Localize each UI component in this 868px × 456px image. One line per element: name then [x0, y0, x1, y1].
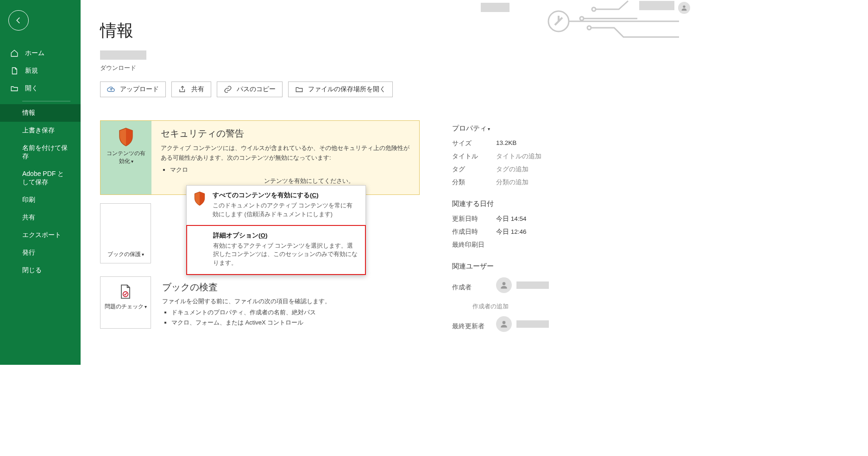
page-title: 情報: [100, 19, 671, 42]
sidebar-item-label: 発行: [22, 249, 35, 257]
prop-value-title[interactable]: タイトルの追加: [496, 152, 541, 161]
related-dates-header: 関連する日付: [452, 200, 591, 208]
prop-value-size: 13.2KB: [496, 139, 516, 148]
enable-content-dropdown: すべてのコンテンツを有効にする(C) このドキュメントのアクティブ コンテンツを…: [186, 185, 366, 275]
sidebar-item-label: 共有: [22, 213, 35, 222]
dropdown-option-desc: 有効にするアクティブ コンテンツを選択します。選択したコンテンツは、このセッショ…: [213, 242, 358, 268]
dropdown-option-desc: このドキュメントのアクティブ コンテンツを常に有効にします (信頼済みドキュメン…: [213, 201, 358, 219]
redacted-title-text: [481, 3, 509, 12]
warning-foot-text: ンテンツを有効にしてください。: [161, 177, 410, 185]
prop-key-category: 分類: [452, 178, 496, 187]
sidebar-item-close[interactable]: 閉じる: [0, 262, 81, 279]
prop-key-author: 作成者: [452, 283, 496, 292]
tile-label: 問題のチェック▾: [105, 303, 147, 311]
redacted-author-name: [516, 281, 549, 289]
avatar-icon: [496, 277, 512, 293]
chevron-down-icon: ▾: [145, 304, 147, 309]
open-file-location-button[interactable]: ファイルの保存場所を開く: [288, 81, 393, 97]
related-users-header: 関連ユーザー: [452, 262, 591, 271]
cloud-upload-icon: [107, 85, 115, 94]
back-button[interactable]: [8, 10, 29, 31]
block-desc: ファイルを公開する前に、ファイルの次の項目を確認します。: [162, 297, 420, 306]
shield-icon: [118, 127, 134, 147]
sidebar-item-open[interactable]: 開く: [0, 80, 81, 97]
prop-value-modified: 今日 14:54: [496, 215, 527, 223]
account-avatar-icon[interactable]: [678, 2, 690, 14]
add-author-link[interactable]: 作成者の追加: [472, 302, 591, 311]
list-item: マクロ: [170, 166, 410, 174]
upload-button[interactable]: アップロード: [100, 81, 166, 97]
blank-icon: [193, 231, 208, 268]
chevron-down-icon: ▾: [488, 126, 490, 131]
inspect-workbook-block: 問題のチェック▾ ブックの検査 ファイルを公開する前に、ファイルの次の項目を確認…: [100, 276, 420, 329]
svg-point-6: [503, 282, 506, 285]
new-file-icon: [10, 67, 19, 75]
prop-key-created: 作成日時: [452, 228, 496, 236]
sidebar-item-share[interactable]: 共有: [0, 209, 81, 226]
button-label: アップロード: [120, 85, 159, 94]
document-check-icon: [117, 283, 134, 300]
inspect-list: ドキュメントのプロパティ、作成者の名前、絶対パス マクロ、フォーム、または Ac…: [171, 308, 420, 327]
redacted-account-text: [639, 1, 674, 10]
check-issues-tile[interactable]: 問題のチェック▾: [100, 276, 151, 329]
sidebar-item-label: ホーム: [25, 49, 44, 57]
redacted-modifier-name: [516, 320, 549, 328]
sidebar-item-label: 上書き保存: [22, 126, 55, 135]
share-icon: [178, 85, 187, 94]
advanced-options-option[interactable]: 詳細オプション(O) 有効にするアクティブ コンテンツを選択します。選択したコン…: [186, 225, 366, 275]
prop-key-modified: 更新日時: [452, 215, 496, 223]
prop-key-last-modified-by: 最終更新者: [452, 322, 496, 331]
copy-path-button[interactable]: パスのコピー: [217, 81, 283, 97]
chevron-down-icon: ▾: [131, 159, 133, 164]
chevron-down-icon: ▾: [142, 252, 144, 257]
sidebar-item-info[interactable]: 情報: [0, 104, 81, 122]
tile-label: ブックの保護▾: [107, 250, 144, 258]
sidebar-item-label: 名前を付けて保存: [22, 144, 70, 161]
home-icon: [10, 49, 19, 57]
prop-value-tag[interactable]: タグの追加: [496, 165, 528, 174]
prop-value-category[interactable]: 分類の追加: [496, 178, 528, 187]
warning-list: マクロ: [170, 166, 410, 174]
svg-point-4: [592, 7, 596, 11]
sidebar-item-export[interactable]: エクスポート: [0, 226, 81, 244]
sidebar-item-label: 印刷: [22, 196, 35, 204]
svg-point-0: [683, 6, 685, 8]
sidebar-item-print[interactable]: 印刷: [0, 191, 81, 209]
warning-description: アクティブ コンテンツには、ウイルスが含まれているか、その他セキュリティ上の危険…: [161, 144, 410, 163]
sidebar-item-label: Adobe PDF として保存: [22, 170, 70, 187]
sidebar-item-publish[interactable]: 発行: [0, 244, 81, 262]
sidebar-item-save[interactable]: 上書き保存: [0, 122, 81, 139]
button-label: パスのコピー: [237, 85, 276, 94]
enable-all-content-option[interactable]: すべてのコンテンツを有効にする(C) このドキュメントのアクティブ コンテンツを…: [187, 186, 365, 225]
list-item: ドキュメントのプロパティ、作成者の名前、絶対パス: [171, 308, 420, 317]
sidebar-item-new[interactable]: 新規: [0, 62, 81, 80]
svg-point-7: [503, 321, 506, 324]
shield-icon: [192, 191, 207, 219]
folder-icon: [295, 85, 303, 94]
prop-key-size: サイズ: [452, 139, 496, 148]
prop-key-last-printed: 最終印刷日: [452, 241, 496, 249]
security-warning-panel: コンテンツの有効化▾ セキュリティの警告 アクティブ コンテンツには、ウイルスが…: [100, 120, 420, 195]
prop-value-created: 今日 12:46: [496, 228, 527, 236]
dropdown-option-title: 詳細オプション(O): [213, 231, 358, 240]
redacted-file-name: [100, 50, 146, 60]
properties-header[interactable]: プロパティ▾: [452, 124, 591, 133]
sidebar-item-label: エクスポート: [22, 231, 61, 239]
sidebar-item-adobe-pdf[interactable]: Adobe PDF として保存: [0, 165, 81, 191]
sidebar-item-save-as[interactable]: 名前を付けて保存: [0, 139, 81, 165]
sidebar-item-label: 新規: [25, 67, 38, 75]
dropdown-option-title: すべてのコンテンツを有効にする(C): [213, 191, 358, 200]
list-item: マクロ、フォーム、または ActiveX コントロール: [171, 319, 420, 327]
prop-key-tag: タグ: [452, 165, 496, 174]
share-button[interactable]: 共有: [171, 81, 211, 97]
sidebar-item-home[interactable]: ホーム: [0, 44, 81, 62]
sidebar-item-label: 開く: [25, 84, 38, 93]
protect-workbook-tile[interactable]: ブックの保護▾: [100, 203, 151, 263]
enable-content-tile[interactable]: コンテンツの有効化▾: [101, 121, 151, 194]
link-icon: [224, 85, 232, 94]
folder-open-icon: [10, 84, 19, 93]
button-label: 共有: [191, 85, 204, 94]
avatar-icon: [496, 316, 512, 332]
sidebar-separator: [22, 101, 70, 101]
warning-title: セキュリティの警告: [161, 127, 410, 140]
